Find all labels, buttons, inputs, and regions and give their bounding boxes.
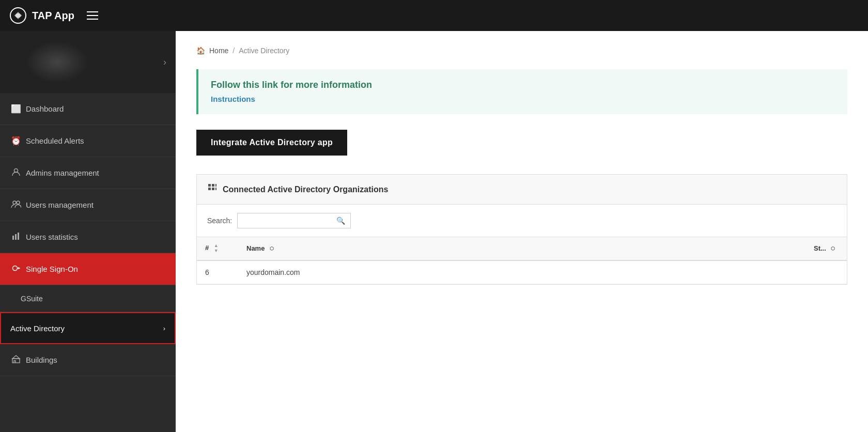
- active-directory-arrow: ›: [163, 325, 165, 332]
- users-icon: [10, 199, 22, 211]
- app-title: TAP App: [32, 10, 74, 22]
- cell-name: yourdomain.com: [238, 260, 805, 284]
- search-label: Search:: [207, 217, 232, 225]
- cell-num: 6: [197, 260, 238, 284]
- svg-rect-11: [215, 184, 216, 187]
- svg-point-7: [13, 266, 18, 270]
- search-input[interactable]: [243, 217, 333, 225]
- sort-num-icon[interactable]: ▲▼: [214, 243, 219, 254]
- main-layout: › ⬜ Dashboard ⏰ Scheduled Alerts: [0, 31, 868, 432]
- hamburger-menu[interactable]: [87, 11, 98, 20]
- table-body: 6 yourdomain.com: [197, 260, 847, 284]
- breadcrumb-separator: /: [233, 47, 235, 55]
- sidebar-item-dashboard[interactable]: ⬜ Dashboard: [0, 93, 176, 125]
- orgs-table: # ▲▼ Name ⬡ St...: [197, 237, 847, 284]
- admin-icon: [10, 167, 22, 179]
- breadcrumb: 🏠 Home / Active Directory: [196, 47, 847, 55]
- sidebar-nav: ⬜ Dashboard ⏰ Scheduled Alerts Admins ma…: [0, 93, 176, 432]
- tap-logo-icon: [9, 7, 27, 24]
- search-bar: Search: 🔍: [197, 205, 847, 237]
- search-input-wrap: 🔍: [237, 213, 351, 228]
- main-content: 🏠 Home / Active Directory Follow this li…: [176, 31, 868, 432]
- svg-rect-5: [15, 234, 17, 240]
- section-header: Connected Active Directory Organizations: [197, 175, 847, 205]
- instructions-link[interactable]: Instructions: [211, 95, 255, 103]
- col-header-name: Name ⬡: [238, 237, 805, 260]
- svg-rect-4: [12, 236, 14, 240]
- breadcrumb-home-icon: 🏠: [196, 47, 205, 55]
- buildings-icon: [10, 354, 22, 366]
- sidebar-item-active-directory[interactable]: Active Directory ›: [0, 312, 176, 344]
- sidebar-item-gsuite[interactable]: GSuite: [0, 285, 176, 312]
- svg-rect-13: [212, 188, 214, 190]
- info-box: Follow this link for more information In…: [196, 69, 847, 114]
- sidebar-item-buildings[interactable]: Buildings: [0, 344, 176, 376]
- breadcrumb-home-label[interactable]: Home: [209, 47, 228, 55]
- svg-rect-14: [215, 188, 216, 190]
- dashboard-icon: ⬜: [10, 104, 22, 114]
- svg-rect-10: [212, 184, 214, 187]
- connected-orgs-section: Connected Active Directory Organizations…: [196, 174, 847, 285]
- svg-rect-6: [18, 233, 19, 240]
- sidebar-item-admins-management[interactable]: Admins management: [0, 157, 176, 189]
- profile-glow: [26, 41, 88, 83]
- sidebar-item-single-sign-on[interactable]: Single Sign-On: [0, 253, 176, 285]
- svg-rect-8: [12, 359, 20, 363]
- info-box-title: Follow this link for more information: [211, 80, 835, 90]
- col-header-num: # ▲▼: [197, 237, 238, 260]
- red-arrow-indicator: [171, 318, 176, 338]
- search-icon: 🔍: [336, 217, 345, 225]
- svg-point-3: [17, 201, 20, 204]
- sidebar-item-users-statistics[interactable]: Users statistics: [0, 221, 176, 253]
- svg-point-2: [13, 201, 16, 204]
- profile-collapse-arrow[interactable]: ›: [163, 57, 166, 68]
- svg-rect-12: [208, 188, 211, 190]
- app-logo: TAP App: [9, 7, 74, 24]
- integrate-active-directory-button[interactable]: Integrate Active Directory app: [196, 130, 347, 156]
- cell-status: [805, 260, 847, 284]
- table-header-row: # ▲▼ Name ⬡ St...: [197, 237, 847, 260]
- sidebar: › ⬜ Dashboard ⏰ Scheduled Alerts: [0, 31, 176, 432]
- key-icon: [10, 264, 22, 275]
- stats-icon: [10, 232, 22, 243]
- sidebar-profile: ›: [0, 31, 176, 93]
- sort-status-icon[interactable]: ⬡: [831, 246, 835, 252]
- grid-icon: [207, 183, 218, 196]
- table-row: 6 yourdomain.com: [197, 260, 847, 284]
- topbar: TAP App: [0, 0, 868, 31]
- sidebar-item-users-management[interactable]: Users management: [0, 189, 176, 221]
- sidebar-item-scheduled-alerts[interactable]: ⏰ Scheduled Alerts: [0, 125, 176, 157]
- sort-name-icon[interactable]: ⬡: [270, 246, 274, 252]
- section-title: Connected Active Directory Organizations: [223, 185, 388, 194]
- clock-icon: ⏰: [10, 136, 22, 146]
- breadcrumb-current: Active Directory: [239, 47, 289, 55]
- svg-rect-9: [208, 184, 211, 187]
- col-header-status: St... ⬡: [805, 237, 847, 260]
